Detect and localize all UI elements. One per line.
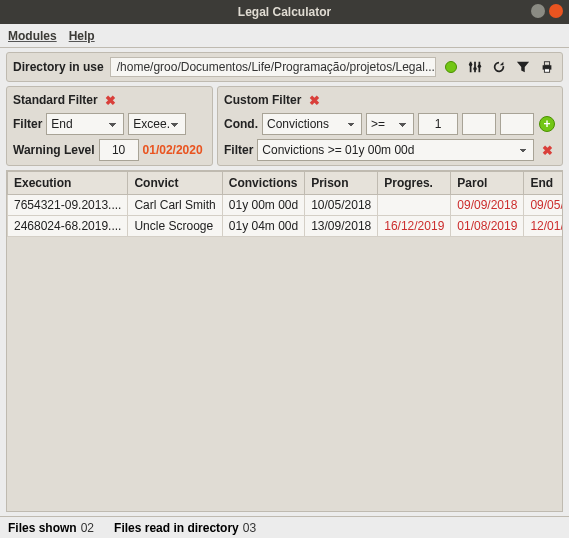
cust-filter-title: Custom Filter: [224, 93, 301, 107]
std-filter-select1[interactable]: End: [46, 113, 124, 135]
directory-label: Directory in use: [13, 60, 104, 74]
menubar: Modules Help: [0, 24, 569, 48]
filter-icon[interactable]: [514, 58, 532, 76]
statusbar: Files shown 02 Files read in directory 0…: [0, 516, 569, 538]
cust-clear-icon[interactable]: ✖: [305, 91, 323, 109]
svg-point-1: [473, 67, 477, 71]
cust-val2-input[interactable]: [462, 113, 496, 135]
cust-op-select[interactable]: >=: [366, 113, 414, 135]
settings-icon[interactable]: [466, 58, 484, 76]
table-row[interactable]: 7654321-09.2013....Carl Carl Smith01y 00…: [8, 195, 564, 216]
std-filter-title: Standard Filter: [13, 93, 98, 107]
titlebar: Legal Calculator: [0, 0, 569, 24]
standard-filter-panel: Standard Filter ✖ Filter End Excee... Wa…: [6, 86, 213, 166]
col-parol[interactable]: Parol: [451, 172, 524, 195]
col-execution[interactable]: Execution: [8, 172, 128, 195]
svg-point-2: [478, 64, 482, 68]
svg-rect-5: [544, 69, 549, 73]
close-button[interactable]: [549, 4, 563, 18]
svg-point-0: [469, 63, 473, 67]
std-warn-date: 01/02/2020: [143, 143, 203, 157]
std-filter-label: Filter: [13, 117, 42, 131]
status-shown-val: 02: [81, 521, 94, 535]
directory-panel: Directory in use /home/groo/Documentos/L…: [6, 52, 563, 82]
col-convict[interactable]: Convict: [128, 172, 222, 195]
std-warn-input[interactable]: [99, 139, 139, 161]
status-read-val: 03: [243, 521, 256, 535]
cust-add-icon[interactable]: +: [538, 115, 556, 133]
col-prison[interactable]: Prison: [305, 172, 378, 195]
refresh-icon[interactable]: [490, 58, 508, 76]
std-clear-icon[interactable]: ✖: [102, 91, 120, 109]
menu-help[interactable]: Help: [69, 29, 95, 43]
minimize-button[interactable]: [531, 4, 545, 18]
cust-filter-label: Filter: [224, 143, 253, 157]
directory-path[interactable]: /home/groo/Documentos/Life/Programação/p…: [110, 57, 436, 77]
custom-filter-panel: Custom Filter ✖ Cond. Convictions >= + F…: [217, 86, 563, 166]
col-end[interactable]: End: [524, 172, 563, 195]
status-shown-label: Files shown: [8, 521, 77, 535]
cust-cond-select[interactable]: Convictions: [262, 113, 362, 135]
results-table: ExecutionConvictConvictionsPrisonProgres…: [6, 170, 563, 512]
cust-cond-label: Cond.: [224, 117, 258, 131]
cust-val1-input[interactable]: [418, 113, 458, 135]
cust-filter-expr-select[interactable]: Convictions >= 01y 00m 00d: [257, 139, 534, 161]
print-icon[interactable]: [538, 58, 556, 76]
std-filter-select2[interactable]: Excee...: [128, 113, 186, 135]
svg-rect-4: [544, 62, 549, 66]
col-convictions[interactable]: Convictions: [222, 172, 304, 195]
status-icon: [442, 58, 460, 76]
status-read-label: Files read in directory: [114, 521, 239, 535]
cust-expr-clear-icon[interactable]: ✖: [538, 141, 556, 159]
table-row[interactable]: 2468024-68.2019....Uncle Scrooge01y 04m …: [8, 216, 564, 237]
col-progres.[interactable]: Progres.: [378, 172, 451, 195]
cust-val3-input[interactable]: [500, 113, 534, 135]
std-warn-label: Warning Level: [13, 143, 95, 157]
window-title: Legal Calculator: [238, 5, 331, 19]
menu-modules[interactable]: Modules: [8, 29, 57, 43]
